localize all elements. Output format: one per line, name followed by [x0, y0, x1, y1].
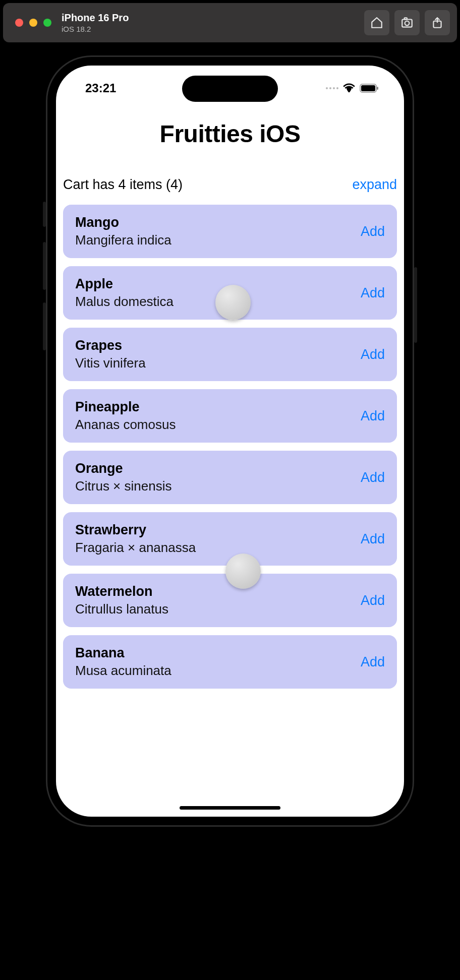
fruit-name: Watermelon: [75, 584, 168, 599]
fruit-name: Strawberry: [75, 522, 196, 538]
fruit-list: Mango Mangifera indica Add Apple Malus d…: [56, 205, 404, 689]
touch-indicator: [215, 285, 251, 320]
battery-icon: [360, 84, 379, 93]
page-title: Fruitties iOS: [56, 120, 404, 148]
simulator-device-name: iPhone 16 Pro: [62, 12, 129, 24]
list-item: Banana Musa acuminata Add: [63, 635, 397, 689]
cellular-icon: [326, 87, 338, 89]
fruit-name: Pineapple: [75, 399, 176, 415]
fruit-latin-name: Musa acuminata: [75, 663, 171, 679]
add-button[interactable]: Add: [361, 224, 385, 239]
camera-icon: [400, 16, 414, 29]
fruit-name: Apple: [75, 276, 174, 292]
window-controls: [15, 19, 51, 27]
simulator-titlebar: iPhone 16 Pro iOS 18.2: [3, 3, 457, 42]
simulator-os-version: iOS 18.2: [62, 25, 129, 33]
volume-up-button[interactable]: [43, 242, 46, 290]
fruit-latin-name: Malus domestica: [75, 294, 174, 310]
dynamic-island: [182, 76, 278, 102]
cart-summary-label: Cart has 4 items (4): [63, 177, 183, 193]
share-icon: [431, 16, 444, 29]
home-button[interactable]: [364, 10, 389, 35]
svg-rect-2: [405, 18, 407, 19]
fruit-name: Mango: [75, 215, 171, 230]
wifi-icon: [342, 83, 356, 93]
fruit-name: Banana: [75, 645, 171, 661]
fruit-latin-name: Mangifera indica: [75, 232, 171, 248]
screenshot-button[interactable]: [394, 10, 420, 35]
share-button[interactable]: [425, 10, 450, 35]
close-window-button[interactable]: [15, 19, 23, 27]
add-button[interactable]: Add: [361, 408, 385, 424]
fullscreen-window-button[interactable]: [43, 19, 51, 27]
list-item: Mango Mangifera indica Add: [63, 205, 397, 258]
status-time: 23:21: [85, 81, 116, 95]
mute-switch[interactable]: [43, 202, 46, 227]
cart-summary-row: Cart has 4 items (4) expand: [56, 177, 404, 193]
power-button[interactable]: [414, 267, 417, 343]
home-indicator[interactable]: [180, 806, 280, 810]
add-button[interactable]: Add: [361, 593, 385, 608]
phone-screen: 23:21 Fruitties iOS Cart has 4 items (4)…: [56, 66, 404, 817]
svg-rect-6: [361, 85, 375, 91]
expand-button[interactable]: expand: [352, 177, 397, 193]
home-icon: [370, 16, 383, 29]
fruit-latin-name: Ananas comosus: [75, 417, 176, 433]
svg-point-1: [405, 21, 410, 26]
add-button[interactable]: Add: [361, 470, 385, 485]
fruit-latin-name: Vitis vinifera: [75, 355, 146, 371]
svg-rect-7: [377, 87, 378, 90]
fruit-latin-name: Citrullus lanatus: [75, 601, 168, 617]
fruit-latin-name: Citrus × sinensis: [75, 478, 171, 494]
simulator-title-block: iPhone 16 Pro iOS 18.2: [62, 12, 129, 33]
touch-indicator: [225, 554, 261, 589]
add-button[interactable]: Add: [361, 654, 385, 670]
add-button[interactable]: Add: [361, 531, 385, 547]
fruit-name: Orange: [75, 461, 171, 476]
add-button[interactable]: Add: [361, 347, 385, 362]
list-item: Strawberry Fragaria × ananassa Add: [63, 512, 397, 566]
fruit-latin-name: Fragaria × ananassa: [75, 540, 196, 556]
minimize-window-button[interactable]: [29, 19, 37, 27]
list-item: Grapes Vitis vinifera Add: [63, 328, 397, 381]
list-item: Orange Citrus × sinensis Add: [63, 451, 397, 504]
list-item: Pineapple Ananas comosus Add: [63, 389, 397, 443]
svg-point-4: [348, 90, 351, 92]
phone-frame: 23:21 Fruitties iOS Cart has 4 items (4)…: [46, 55, 414, 827]
volume-down-button[interactable]: [43, 302, 46, 350]
fruit-name: Grapes: [75, 338, 146, 353]
add-button[interactable]: Add: [361, 285, 385, 301]
